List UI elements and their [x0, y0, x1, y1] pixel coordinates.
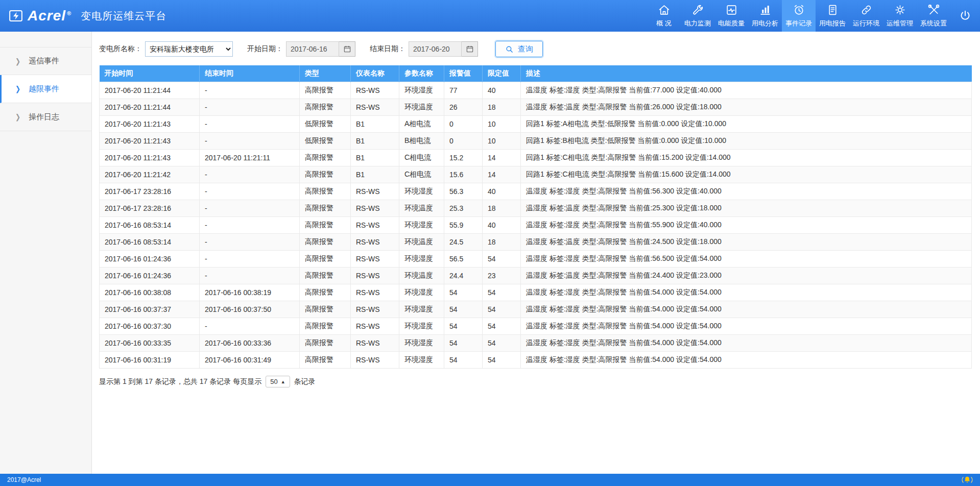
column-header-limit-value[interactable]: 限定值 [483, 65, 521, 82]
nav-item-power-quality[interactable]: 电能质量 [714, 0, 748, 32]
table-cell: 2017-06-20 11:21:43 [100, 116, 200, 133]
table-cell: 2017-06-20 11:21:11 [200, 150, 300, 166]
link-icon [860, 4, 873, 16]
wrench-icon [691, 4, 704, 16]
events-table: 开始时间 结束时间 类型 仪表名称 参数名称 报警值 限定值 描述 2017-0… [99, 65, 972, 369]
table-row: 2017-06-16 08:53:14-高限报警RS-WS环境温度24.518温… [100, 234, 972, 251]
caret-up-icon: ▲ [281, 379, 285, 384]
column-header-alarm-value[interactable]: 报警值 [444, 65, 483, 82]
table-cell: 2017-06-16 00:33:36 [200, 335, 300, 352]
start-date-input[interactable] [286, 41, 339, 57]
column-header-type[interactable]: 类型 [300, 65, 351, 82]
table-cell: 56.5 [444, 251, 483, 268]
home-icon [658, 4, 671, 16]
table-cell: 15.2 [444, 150, 483, 166]
start-date-calendar-button[interactable] [339, 41, 355, 57]
nav-label: 用电报告 [819, 19, 846, 28]
table-cell: 10 [483, 133, 521, 150]
table-cell: 15.6 [444, 166, 483, 183]
sidebar-item-limit-violation-events[interactable]: ❯ 越限事件 [0, 75, 91, 103]
table-cell: 温湿度 标签:湿度 类型:高限报警 当前值:54.000 设定值:54.000 [521, 301, 972, 318]
nav-label: 事件记录 [785, 19, 812, 28]
main-nav: 概 况 电力监测 电能质量 [647, 0, 980, 32]
table-cell: 环境温度 [399, 99, 444, 116]
nav-item-overview[interactable]: 概 况 [647, 0, 681, 32]
nav-label: 系统设置 [920, 19, 947, 28]
table-cell: 2017-06-20 11:21:44 [100, 82, 200, 99]
table-cell: 2017-06-16 00:37:37 [100, 301, 200, 318]
end-date-group [409, 41, 478, 57]
calendar-icon [466, 45, 474, 53]
station-select[interactable]: 安科瑞新大楼变电所 [145, 41, 233, 57]
table-cell: - [200, 217, 300, 234]
table-cell: 温湿度 标签:湿度 类型:高限报警 当前值:54.000 设定值:54.000 [521, 284, 972, 301]
nav-item-usage-analysis[interactable]: 用电分析 [748, 0, 782, 32]
table-cell: 2017-06-16 01:24:36 [100, 268, 200, 284]
table-cell: A相电流 [399, 116, 444, 133]
end-date-calendar-button[interactable] [462, 41, 478, 57]
table-cell: - [200, 99, 300, 116]
table-cell: 2017-06-16 00:33:35 [100, 335, 200, 352]
sidebar-item-label: 越限事件 [29, 84, 59, 94]
page-size-select[interactable]: 50 ▲ [266, 376, 290, 387]
table-row: 2017-06-16 01:24:36-高限报警RS-WS环境温度24.423温… [100, 268, 972, 284]
table-cell: 温湿度 标签:湿度 类型:高限报警 当前值:77.000 设定值:40.000 [521, 82, 972, 99]
column-header-meter-name[interactable]: 仪表名称 [351, 65, 399, 82]
nav-item-power-monitor[interactable]: 电力监测 [681, 0, 714, 32]
table-cell: 温湿度 标签:湿度 类型:高限报警 当前值:54.000 设定值:54.000 [521, 352, 972, 369]
column-header-end-time[interactable]: 结束时间 [200, 65, 300, 82]
table-cell: 0 [444, 133, 483, 150]
table-cell: 回路1 标签:C相电流 类型:高限报警 当前值:15.200 设定值:14.00… [521, 150, 972, 166]
table-cell: 24.5 [444, 234, 483, 251]
table-cell: 2017-06-20 11:21:43 [100, 150, 200, 166]
station-label: 变电所名称： [99, 44, 142, 54]
table-cell: - [200, 82, 300, 99]
table-cell: B1 [351, 116, 399, 133]
end-date-input[interactable] [409, 41, 462, 57]
nav-label: 电能质量 [718, 19, 745, 28]
table-cell: RS-WS [351, 268, 399, 284]
table-cell: 54 [483, 301, 521, 318]
filter-bar: 变电所名称： 安科瑞新大楼变电所 开始日期： 结束日期： [99, 41, 972, 57]
table-cell: 环境湿度 [399, 183, 444, 200]
query-button[interactable]: 查询 [495, 41, 543, 57]
table-cell: RS-WS [351, 284, 399, 301]
alarm-bell-button[interactable] [962, 475, 973, 485]
table-cell: 高限报警 [300, 352, 351, 369]
sidebar: ❯ 遥信事件 ❯ 越限事件 ❯ 操作日志 [0, 32, 92, 474]
sidebar-item-operation-logs[interactable]: ❯ 操作日志 [0, 103, 91, 131]
table-cell: 环境温度 [399, 234, 444, 251]
table-cell: 高限报警 [300, 318, 351, 335]
nav-item-usage-report[interactable]: 用电报告 [816, 0, 849, 32]
table-cell: 温湿度 标签:温度 类型:高限报警 当前值:24.400 设定值:23.000 [521, 268, 972, 284]
sidebar-item-remote-signal-events[interactable]: ❯ 遥信事件 [0, 47, 91, 75]
nav-item-system-settings[interactable]: 系统设置 [917, 0, 950, 32]
table-cell: 2017-06-17 23:28:16 [100, 183, 200, 200]
column-header-parameter-name[interactable]: 参数名称 [399, 65, 444, 82]
table-cell: 77 [444, 82, 483, 99]
table-cell: 54 [483, 251, 521, 268]
table-header-row: 开始时间 结束时间 类型 仪表名称 参数名称 报警值 限定值 描述 [100, 65, 972, 82]
table-cell: B1 [351, 166, 399, 183]
power-button[interactable] [950, 0, 980, 32]
table-row: 2017-06-20 11:21:42-高限报警B1C相电流15.614回路1 … [100, 166, 972, 183]
table-cell: 2017-06-20 11:21:44 [100, 99, 200, 116]
column-header-description[interactable]: 描述 [521, 65, 972, 82]
nav-item-event-records[interactable]: 事件记录 [782, 0, 816, 32]
column-header-start-time[interactable]: 开始时间 [100, 65, 200, 82]
brand: Acrel® [0, 0, 77, 32]
table-cell: 54 [444, 284, 483, 301]
table-cell: RS-WS [351, 183, 399, 200]
table-cell: 温湿度 标签:湿度 类型:高限报警 当前值:54.000 设定值:54.000 [521, 335, 972, 352]
table-cell: 56.3 [444, 183, 483, 200]
table-row: 2017-06-16 00:33:352017-06-16 00:33:36高限… [100, 335, 972, 352]
table-cell: 2017-06-16 08:53:14 [100, 234, 200, 251]
nav-item-runtime-environment[interactable]: 运行环境 [849, 0, 883, 32]
table-cell: 54 [483, 335, 521, 352]
power-icon [959, 9, 972, 22]
table-cell: 环境湿度 [399, 301, 444, 318]
table-cell: 2017-06-17 23:28:16 [100, 200, 200, 217]
table-cell: 高限报警 [300, 99, 351, 116]
table-cell: 温湿度 标签:湿度 类型:高限报警 当前值:56.500 设定值:54.000 [521, 251, 972, 268]
nav-item-maintenance-management[interactable]: 运维管理 [883, 0, 917, 32]
